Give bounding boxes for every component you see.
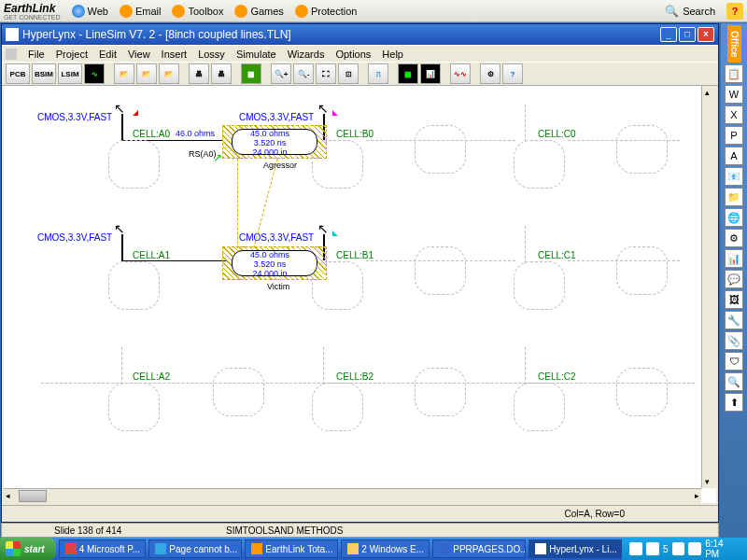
side-icon[interactable]: 💬 — [725, 270, 743, 288]
menu-edit[interactable]: Edit — [99, 49, 117, 60]
tb-zoomout[interactable]: 🔍- — [293, 63, 314, 84]
cell-c1: CELL:C1 — [538, 250, 576, 260]
menu-file[interactable]: File — [28, 49, 45, 60]
scroll-thumb[interactable] — [19, 490, 47, 502]
ghost-slot[interactable] — [213, 368, 264, 416]
side-icon[interactable]: W — [725, 85, 743, 104]
tb-zoomfit[interactable]: ⛶ — [316, 63, 336, 84]
maximize-button[interactable]: □ — [679, 27, 696, 42]
el-web[interactable]: Web — [72, 5, 108, 18]
cursor-a1: ↖ — [114, 221, 125, 236]
ghost-wire — [366, 260, 515, 261]
side-icon[interactable]: X — [725, 105, 743, 124]
coupling-line — [237, 159, 238, 248]
tb-print2[interactable]: 🖶 — [211, 63, 232, 84]
task-powerpoint[interactable]: 4 Microsoft P... — [59, 539, 147, 558]
task-earthlink[interactable]: EarthLink Tota... — [245, 539, 338, 558]
el-email[interactable]: Email — [120, 5, 162, 18]
office-tab[interactable]: Office — [727, 25, 741, 63]
el-protection[interactable]: Protection — [295, 5, 358, 18]
side-icon[interactable]: 🖼 — [725, 290, 743, 309]
ghost-slot[interactable] — [312, 383, 363, 431]
tray-icon[interactable] — [672, 542, 685, 555]
titlebar[interactable]: HyperLynx - LineSim V7. 2 - [8inch coupl… — [2, 24, 718, 45]
side-icon[interactable]: 🔍 — [725, 372, 743, 391]
ghost-slot[interactable] — [514, 261, 565, 310]
ghost-slot[interactable] — [108, 140, 160, 189]
tb-zoomarea[interactable]: ⊡ — [338, 63, 359, 84]
ghost-slot[interactable] — [514, 383, 565, 431]
tb-res[interactable]: ∿∿ — [450, 63, 471, 84]
menu-wizards[interactable]: Wizards — [288, 49, 325, 60]
tb-open1[interactable]: 📂 — [114, 63, 134, 84]
ghost-slot[interactable] — [415, 368, 466, 416]
tb-help[interactable]: ? — [502, 63, 523, 84]
menu-simulate[interactable]: Simulate — [236, 49, 276, 60]
side-icon[interactable]: 📎 — [725, 331, 743, 350]
ghost-slot[interactable] — [108, 261, 160, 310]
earthlink-logo[interactable]: EarthLink GET CONNECTED — [4, 2, 61, 21]
side-icon[interactable]: 🛡 — [725, 352, 743, 371]
side-icon[interactable]: ⬆ — [725, 393, 743, 412]
side-icon[interactable]: P — [725, 126, 743, 145]
tb-scope1[interactable]: ▦ — [398, 63, 418, 84]
clock[interactable]: 6:14 PM — [705, 539, 740, 559]
horizontal-scrollbar[interactable] — [4, 488, 701, 503]
vertical-scrollbar[interactable] — [701, 86, 716, 488]
el-help-icon[interactable]: ? — [726, 3, 743, 20]
tb-grid[interactable]: ▦ — [241, 63, 261, 84]
tb-print1[interactable]: 🖶 — [189, 63, 209, 84]
start-button[interactable]: start — [0, 538, 56, 560]
minimize-button[interactable]: _ — [660, 27, 677, 42]
ghost-slot[interactable] — [312, 261, 363, 310]
ghost-slot[interactable] — [616, 125, 668, 174]
side-icon[interactable]: 📊 — [725, 249, 743, 268]
ghost-slot[interactable] — [514, 140, 565, 189]
task-explorer[interactable]: 2 Windows E... — [341, 539, 430, 558]
tray-icon[interactable] — [646, 542, 659, 555]
menu-lossy[interactable]: Lossy — [198, 49, 225, 60]
task-hyperlynx[interactable]: HyperLynx - Li... — [529, 539, 622, 558]
schematic-canvas[interactable]: CMOS,3.3V,FAST ↖ CELL:A0 46.0 ohms RS(A0… — [4, 86, 716, 503]
side-icon[interactable]: 📋 — [725, 64, 743, 83]
tb-pcb[interactable]: PCB — [6, 63, 30, 84]
tb-bsim[interactable]: BSIM — [32, 63, 56, 84]
menu-project[interactable]: Project — [56, 49, 88, 60]
menu-view[interactable]: View — [128, 49, 150, 60]
ghost-slot[interactable] — [415, 125, 466, 174]
side-icon[interactable]: 🌐 — [725, 208, 743, 227]
menu-help[interactable]: Help — [382, 49, 403, 60]
side-icon[interactable]: 🔧 — [725, 311, 743, 329]
tb-misc[interactable]: ⚙ — [480, 63, 500, 84]
tb-zoomin[interactable]: 🔍+ — [271, 63, 291, 84]
tb-pulse[interactable]: ⎍ — [368, 63, 388, 84]
cell-c2: CELL:C2 — [538, 371, 576, 382]
side-icon[interactable]: A — [725, 147, 743, 165]
ghost-slot[interactable] — [415, 246, 466, 295]
task-ie[interactable]: Page cannot b... — [148, 539, 242, 558]
tb-open2[interactable]: 📂 — [136, 63, 157, 84]
menu-insert[interactable]: Insert — [162, 49, 188, 60]
tb-lsim[interactable]: LSIM — [58, 63, 82, 84]
ghost-slot[interactable] — [108, 383, 160, 431]
el-games[interactable]: Games — [234, 5, 283, 18]
tray-icon[interactable] — [688, 542, 701, 555]
el-toolbox[interactable]: Toolbox — [172, 5, 223, 18]
side-icon[interactable]: 📁 — [725, 188, 743, 206]
cell-a0: CELL:A0 — [133, 129, 170, 139]
ghost-slot[interactable] — [616, 246, 668, 295]
tb-scope2[interactable]: 📊 — [420, 63, 441, 84]
side-icon[interactable]: 📧 — [725, 167, 743, 186]
tray-icon[interactable] — [629, 542, 642, 555]
el-search[interactable]: 🔍Search — [665, 5, 715, 18]
ghost-slot[interactable] — [616, 368, 668, 416]
menu-options[interactable]: Options — [335, 49, 371, 60]
side-icon[interactable]: ⚙ — [725, 229, 743, 247]
tb-open3[interactable]: 📂 — [159, 63, 179, 84]
task-word[interactable]: PPRPAGES.DO... — [432, 539, 526, 558]
ghost-slot[interactable] — [312, 140, 363, 189]
tb-wave[interactable]: ∿ — [84, 63, 105, 84]
system-tray[interactable]: 5 6:14 PM — [622, 538, 747, 560]
wire — [121, 114, 123, 140]
close-button[interactable]: × — [698, 27, 714, 42]
